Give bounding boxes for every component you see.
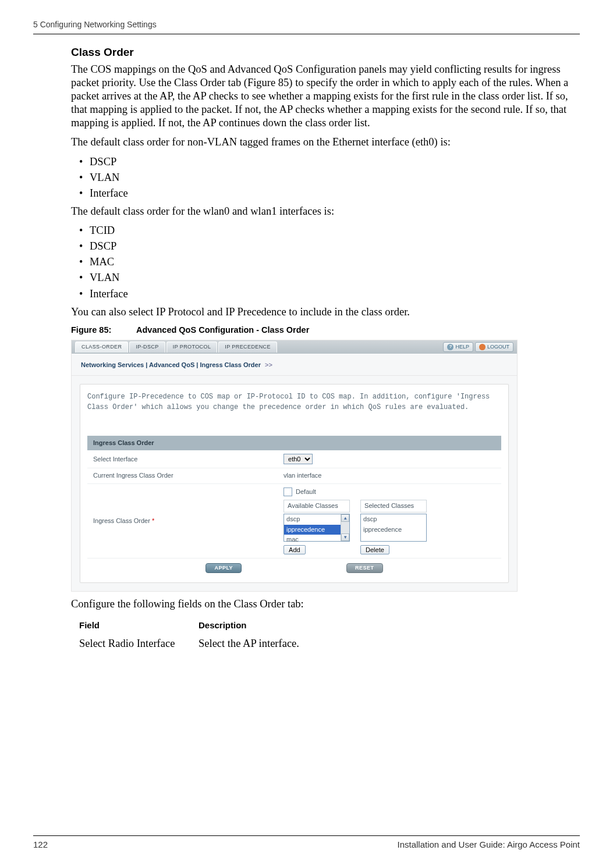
help-button[interactable]: ?HELP: [443, 342, 473, 352]
table-row: Select Radio Interface Select the AP int…: [79, 635, 299, 653]
breadcrumb-text: Networking Services | Advanced QoS | Ing…: [81, 361, 261, 368]
form-table: Select Interface eth0 Current Ingress Cl…: [87, 450, 501, 558]
breadcrumb-arrow-icon: >>: [265, 361, 272, 368]
row-current-order: Current Ingress Class Order vlan interfa…: [87, 468, 501, 484]
help-icon: ?: [447, 344, 453, 350]
para-eth-default: The default class order for non-VLAN tag…: [71, 136, 579, 149]
current-order-label: Current Ingress Class Order: [87, 468, 278, 484]
default-checkbox-label: Default: [296, 488, 316, 496]
tab-ip-dscp[interactable]: IP-DSCP: [129, 341, 165, 353]
class-lists: Available Classes dscp ipprecedence mac …: [284, 500, 495, 554]
breadcrumb: Networking Services | Advanced QoS | Ing…: [72, 354, 517, 376]
tab-class-order[interactable]: CLASS-ORDER: [75, 341, 128, 353]
delete-button[interactable]: Delete: [360, 545, 389, 554]
available-classes-listbox[interactable]: dscp ipprecedence mac ▴ ▾: [284, 514, 350, 542]
ingress-order-label-text: Ingress Class Order: [93, 517, 150, 524]
list-item: DSCP: [71, 240, 579, 253]
ingress-order-cell: Default Available Classes dscp ipprecede…: [278, 484, 501, 558]
current-order-value: vlan interface: [278, 468, 501, 484]
section-bar: Ingress Class Order: [87, 436, 501, 451]
reset-button[interactable]: RESET: [346, 563, 383, 573]
page-header: 5 Configuring Networking Settings: [33, 20, 580, 34]
page-footer: 122 Installation and User Guide: Airgo A…: [33, 835, 580, 851]
add-button[interactable]: Add: [284, 545, 306, 554]
list-item: TCID: [71, 224, 579, 237]
tab-ip-precedence[interactable]: IP PRECEDENCE: [218, 341, 277, 353]
select-interface-label: Select Interface: [87, 450, 278, 468]
chapter-title: 5 Configuring Networking Settings: [33, 20, 157, 29]
list-item[interactable]: ipprecedence: [284, 525, 349, 535]
field-description: Select the AP interface.: [199, 635, 299, 653]
list-item: DSCP: [71, 155, 579, 169]
scroll-down-icon[interactable]: ▾: [341, 533, 349, 541]
list-item: MAC: [71, 255, 579, 269]
para-also-select: You can also select IP Protocol and IP P…: [71, 305, 579, 319]
field-header: Field: [79, 617, 199, 635]
page-content: Class Order The COS mappings on the QoS …: [71, 45, 579, 653]
field-name: Select Radio Interface: [79, 635, 199, 653]
logout-icon: [479, 344, 486, 350]
available-classes-header: Available Classes: [284, 500, 350, 513]
selected-classes-listbox[interactable]: dscp ipprecedence: [360, 514, 427, 542]
eth-class-order-list: DSCP VLAN Interface: [71, 155, 579, 200]
logout-label: LOGOUT: [487, 344, 509, 350]
guide-title: Installation and User Guide: Airgo Acces…: [397, 839, 580, 851]
page-number: 122: [33, 839, 48, 851]
ingress-order-label: Ingress Class Order *: [87, 484, 278, 558]
form-buttons: APPLY RESET: [87, 558, 501, 575]
selected-column: Selected Classes dscp ipprecedence Delet…: [360, 500, 427, 554]
tab-bar: CLASS-ORDER IP-DSCP IP PROTOCOL IP PRECE…: [72, 340, 517, 354]
available-column: Available Classes dscp ipprecedence mac …: [284, 500, 350, 554]
list-item: VLAN: [71, 271, 579, 284]
tab-ip-protocol[interactable]: IP PROTOCOL: [166, 341, 218, 353]
help-label: HELP: [455, 344, 469, 350]
required-asterisk: *: [152, 517, 154, 524]
row-ingress-order: Ingress Class Order * Default Available …: [87, 484, 501, 558]
scroll-up-icon[interactable]: ▴: [341, 514, 349, 522]
selected-classes-header: Selected Classes: [360, 500, 427, 513]
row-select-interface: Select Interface eth0: [87, 450, 501, 468]
table-header-row: Field Description: [79, 617, 299, 635]
default-checkbox[interactable]: [284, 488, 292, 496]
list-item: Interface: [71, 287, 579, 301]
section-heading: Class Order: [71, 45, 579, 59]
figure-title: Advanced QoS Configuration - Class Order: [136, 325, 309, 335]
description-header: Description: [199, 617, 299, 635]
figure-caption: Figure 85:Advanced QoS Configuration - C…: [71, 325, 579, 335]
default-checkbox-row: Default: [284, 488, 495, 496]
list-item: Interface: [71, 187, 579, 200]
apply-button[interactable]: APPLY: [205, 563, 242, 573]
para-intro: The COS mappings on the QoS and Advanced…: [71, 63, 579, 130]
listbox-scrollbar[interactable]: ▴ ▾: [341, 514, 349, 541]
list-item[interactable]: ipprecedence: [361, 525, 426, 535]
field-description-table: Field Description Select Radio Interface…: [79, 617, 299, 653]
logout-button[interactable]: LOGOUT: [475, 342, 513, 352]
figure-number: Figure 85:: [71, 325, 136, 335]
list-item[interactable]: dscp: [284, 514, 349, 525]
list-item[interactable]: dscp: [361, 514, 426, 525]
panel-description: Configure IP-Precedence to COS map or IP…: [87, 392, 501, 412]
panel: Configure IP-Precedence to COS map or IP…: [80, 384, 509, 584]
list-item[interactable]: mac: [284, 535, 349, 545]
list-item: VLAN: [71, 171, 579, 184]
embedded-screenshot: CLASS-ORDER IP-DSCP IP PROTOCOL IP PRECE…: [71, 340, 518, 592]
para-configure-fields: Configure the following fields on the Cl…: [71, 597, 579, 611]
select-interface-dropdown[interactable]: eth0: [284, 454, 313, 464]
wlan-class-order-list: TCID DSCP MAC VLAN Interface: [71, 224, 579, 301]
para-wlan-default: The default class order for the wlan0 an…: [71, 205, 579, 218]
